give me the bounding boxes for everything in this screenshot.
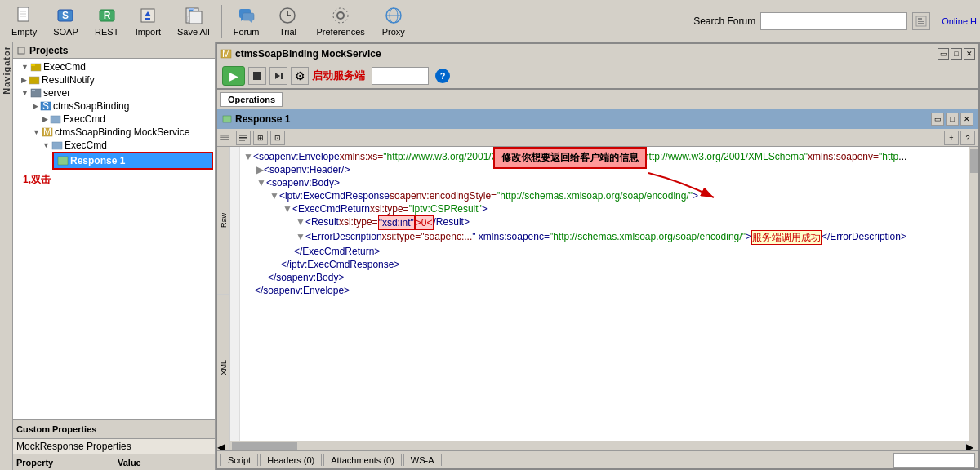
response-ctrl-1[interactable]: ▭ (931, 113, 944, 126)
execCmd3-label: ExecCmd (65, 140, 107, 151)
tab-headers[interactable]: Headers (0) (260, 454, 322, 466)
question-btn[interactable]: ? (960, 131, 975, 145)
navigator-sidebar: Navigator (0, 42, 13, 470)
svg-rect-38 (32, 90, 35, 91)
scroll-right[interactable]: ▶ (965, 441, 978, 450)
search-input[interactable] (760, 12, 907, 30)
response-ctrl-2[interactable]: □ (946, 113, 959, 126)
toolbar-proxy[interactable]: Proxy (373, 4, 414, 38)
scrollbar-bottom[interactable]: ◀ ▶ (217, 441, 978, 450)
search-button[interactable] (912, 12, 930, 30)
toolbar-import[interactable]: Import (127, 4, 169, 38)
tree-item-ctmsSoapBinding[interactable]: ▶ S ctmsSoapBinding (15, 100, 213, 113)
search-area: Search Forum Online H (693, 12, 977, 30)
custom-props-bar: Custom Properties (13, 420, 215, 438)
expand-all-btn[interactable]: ⊡ (270, 131, 285, 145)
proxy-label: Proxy (382, 27, 405, 37)
svg-point-23 (337, 12, 344, 19)
svg-rect-49 (281, 73, 283, 79)
svg-text:M: M (43, 126, 51, 138)
start-service-label: 启动服务端 (312, 69, 365, 83)
svg-text:R: R (103, 10, 110, 21)
wrap-btn[interactable] (236, 131, 251, 145)
svg-rect-53 (239, 140, 245, 141)
plus-btn[interactable]: + (944, 131, 959, 145)
search-xml-input[interactable] (893, 453, 975, 468)
response-title: Response 1 (235, 113, 290, 125)
raw-label-container: Raw (217, 147, 229, 295)
value-col: Value (114, 458, 215, 468)
xml-line-7: ▼ <ErrorDescription xsi:type="soapenc:..… (243, 230, 965, 245)
play-button[interactable]: ▶ (222, 66, 245, 86)
help-icon[interactable]: ? (435, 69, 450, 83)
annotation-step1: 1,双击 (23, 173, 213, 187)
tree-item-execCmd[interactable]: ▼ ExecCmd (15, 60, 213, 73)
projects-label: Projects (29, 45, 68, 56)
response-ctrl-3[interactable]: ✕ (960, 113, 973, 126)
empty-icon (15, 6, 34, 25)
xml-label[interactable]: XML (220, 360, 228, 375)
scroll-thumb-h[interactable] (232, 442, 297, 450)
svg-text:S: S (42, 100, 49, 112)
stop-button[interactable] (248, 67, 266, 85)
response-toolbar: ≡≡ ⊞ ⊡ + ? (217, 129, 978, 147)
tree-item-resultNotify[interactable]: ▶ ResultNotify (15, 73, 213, 86)
tab-attachments[interactable]: Attachments (0) (323, 454, 402, 466)
xml-line-10: </soapenv:Body> (243, 271, 965, 284)
maximize-button[interactable]: □ (951, 48, 962, 60)
custom-props-label[interactable]: Custom Properties (16, 424, 96, 434)
xml-line-9: </iptv:ExecCmdResponse> (243, 258, 965, 271)
settings-mock-button[interactable]: ⚙ (291, 67, 309, 85)
annotation-callout: 修改你想要返回给客户端的信息 (493, 147, 647, 169)
server-label: server (43, 87, 70, 99)
line-numbers (230, 147, 240, 441)
xml-line-3: ▼ <soapenv:Body> (243, 176, 965, 189)
svg-rect-36 (29, 77, 39, 84)
forum-icon (237, 6, 256, 25)
trial-label: Trial (279, 27, 296, 37)
scrollbar-right[interactable] (969, 147, 978, 441)
rest-label: REST (95, 27, 118, 37)
toolbar-trial[interactable]: Trial (267, 4, 308, 38)
tree-item-ctmsSoapBindingMock[interactable]: ▼ M ctmsSoapBinding MockService (15, 126, 213, 139)
tree-item-execCmd2[interactable]: ▶ ExecCmd (15, 113, 213, 126)
preferences-icon (331, 6, 350, 25)
scroll-track (230, 441, 965, 450)
toolbar-forum[interactable]: Forum (225, 4, 268, 38)
execCmd-label: ExecCmd (43, 61, 86, 73)
side-labels: Raw XML (217, 147, 230, 441)
search-label: Search Forum (693, 16, 755, 27)
tab-script[interactable]: Script (220, 454, 258, 466)
minimize-button[interactable]: ▭ (938, 48, 949, 60)
scrollbar-thumb[interactable] (970, 149, 978, 173)
mock-response-props: MockResponse Properties (13, 438, 215, 454)
main-toolbar: Empty S SOAP R REST Import (0, 0, 980, 42)
tree-item-server[interactable]: ▼ server (15, 86, 213, 100)
tree-item-response1[interactable]: Response 1 (52, 152, 213, 170)
toolbar-save-all[interactable]: Save All (169, 4, 218, 38)
xml-label-container: XML (217, 295, 229, 441)
toolbar-rest[interactable]: R REST (87, 4, 127, 38)
toolbar-soap[interactable]: S SOAP (45, 4, 87, 38)
forum-label: Forum (234, 27, 260, 37)
tree-item-execCmd3[interactable]: ▼ ExecCmd (15, 139, 213, 152)
save-all-icon (184, 6, 203, 25)
project-header: Projects (13, 42, 215, 59)
toolbar-preferences[interactable]: Preferences (308, 4, 372, 38)
soap-icon: S (56, 6, 75, 25)
svg-rect-50 (223, 116, 231, 122)
format-btn[interactable]: ⊞ (253, 131, 268, 145)
online-help-link[interactable]: Online H (942, 16, 977, 26)
scroll-left[interactable]: ◀ (217, 441, 230, 450)
raw-label[interactable]: Raw (220, 213, 228, 228)
xml-area: Raw XML ▼ <soapenv:Envelope xmlns:xs="ht… (217, 147, 978, 441)
svg-rect-18 (243, 13, 254, 20)
xml-editor[interactable]: ▼ <soapenv:Envelope xmlns:xs="http://www… (240, 147, 969, 441)
close-button[interactable]: ✕ (964, 48, 975, 60)
port-input[interactable] (372, 67, 429, 85)
toolbar-empty[interactable]: Empty (3, 4, 45, 38)
step-button[interactable] (270, 67, 287, 85)
tab-wsa[interactable]: WS-A (403, 454, 442, 466)
ctmsSoapBinding-label: ctmsSoapBinding (53, 100, 129, 112)
operations-tab[interactable]: Operations (220, 92, 283, 107)
